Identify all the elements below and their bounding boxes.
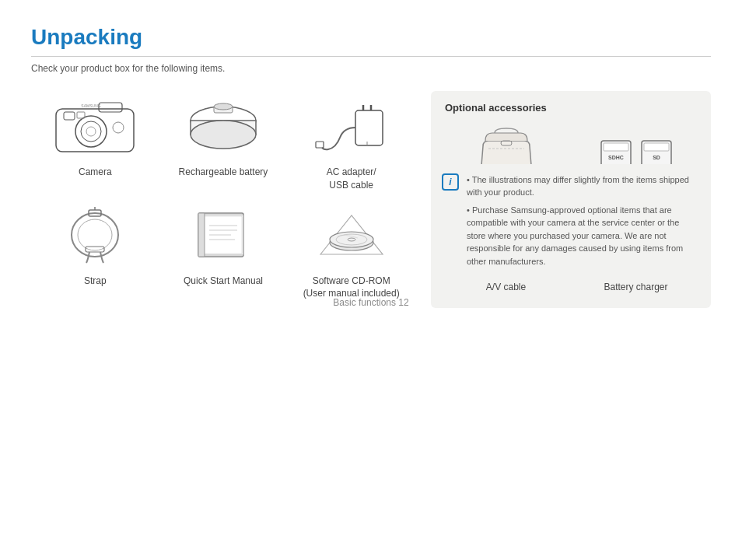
note-icon: i — [442, 173, 459, 191]
svg-point-13 — [214, 103, 233, 110]
note-1: The illustrations may differ slightly fr… — [467, 173, 700, 199]
strap-label: Strap — [84, 275, 107, 288]
svg-point-11 — [191, 121, 256, 149]
manual-image — [177, 200, 270, 270]
item-camera: SAMSUNG Camera — [31, 91, 159, 192]
item-cdrom: Software CD-ROM(User manual included) — [287, 200, 415, 301]
page-title: Unpacking — [31, 25, 711, 57]
svg-text:SDHC: SDHC — [608, 155, 624, 160]
svg-point-1 — [75, 116, 107, 147]
items-grid: SAMSUNG Camera — [31, 91, 415, 300]
note-2: Purchase Samsung-approved optional items… — [467, 204, 700, 268]
note-text: The illustrations may differ slightly fr… — [467, 173, 700, 268]
svg-rect-6 — [99, 103, 122, 112]
manual-label: Quick Start Manual — [184, 275, 263, 288]
svg-point-8 — [113, 122, 124, 133]
cdrom-label: Software CD-ROM(User manual included) — [303, 275, 400, 301]
note-box: i The illustrations may differ slightly … — [431, 164, 711, 278]
svg-point-2 — [81, 121, 101, 142]
svg-rect-27 — [198, 213, 205, 257]
footer: Basic functions 12 — [0, 297, 742, 308]
svg-rect-0 — [56, 109, 134, 152]
svg-rect-4 — [64, 112, 75, 120]
svg-text:SD: SD — [653, 155, 660, 160]
svg-text:SAMSUNG: SAMSUNG — [82, 103, 101, 108]
ac-adapter-image — [305, 91, 398, 161]
optional-title: Optional accessories — [445, 102, 697, 114]
item-manual: Quick Start Manual — [159, 200, 288, 301]
left-section: SAMSUNG Camera — [31, 91, 415, 308]
av-cable-label: A/V cable — [486, 282, 526, 292]
cdrom-image — [305, 200, 398, 270]
page-subtitle: Check your product box for the following… — [31, 63, 711, 74]
camera-image: SAMSUNG — [48, 91, 142, 161]
svg-point-3 — [86, 127, 96, 136]
battery-charger-label: Battery charger — [604, 282, 667, 292]
page-container: Unpacking Check your product box for the… — [0, 0, 742, 324]
item-strap: Strap — [31, 200, 159, 301]
item-ac-adapter: AC adapter/USB cable — [287, 91, 415, 192]
svg-rect-39 — [604, 143, 628, 151]
battery-image — [177, 91, 270, 161]
svg-rect-17 — [316, 142, 324, 148]
svg-point-20 — [78, 219, 112, 250]
item-battery: Rechargeable battery — [159, 91, 288, 192]
ac-adapter-label: AC adapter/USB cable — [327, 166, 376, 192]
strap-image — [48, 200, 142, 270]
svg-rect-47 — [644, 143, 669, 151]
battery-label: Rechargeable battery — [179, 166, 268, 179]
camera-label: Camera — [79, 166, 112, 179]
svg-rect-14 — [355, 110, 383, 145]
